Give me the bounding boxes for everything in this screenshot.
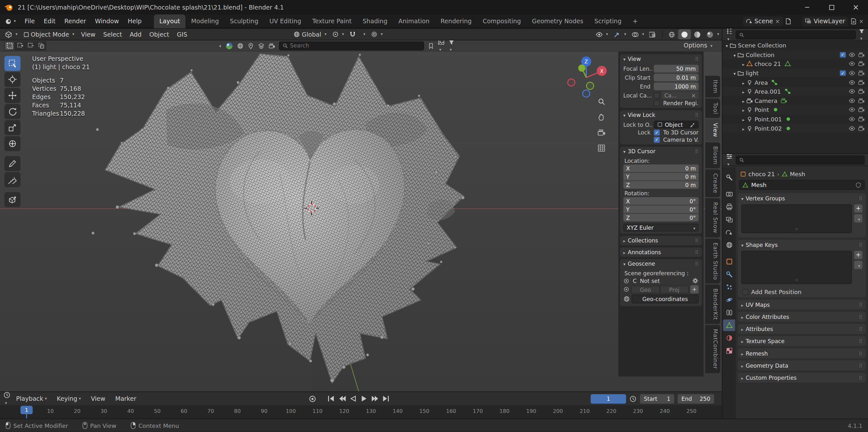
tool-select-box[interactable] — [4, 56, 21, 71]
options-dropdown[interactable]: Options — [681, 41, 715, 51]
frame-start-field[interactable]: Start1 — [640, 394, 674, 404]
menu-window[interactable]: Window — [90, 14, 123, 28]
hide-eye-icon[interactable] — [848, 70, 855, 76]
add-rest-position-checkbox[interactable] — [742, 289, 748, 295]
drag-handle-icon[interactable] — [695, 249, 699, 255]
zoom-tool-icon[interactable] — [596, 96, 607, 107]
snap-toggle[interactable] — [347, 29, 359, 39]
workspace-tab-sculpting[interactable]: Sculpting — [224, 14, 264, 28]
shading-material-button[interactable] — [691, 29, 704, 39]
tab-material[interactable] — [723, 332, 735, 344]
tool-measure[interactable] — [4, 172, 21, 187]
geoscene-header[interactable]: Geoscene — [620, 259, 702, 269]
minimize-button[interactable]: ─ — [795, 0, 819, 14]
cursor-rotation-y-field[interactable]: Y0° — [623, 206, 699, 213]
gizmos-dropdown[interactable] — [611, 29, 629, 39]
render-visibility-icon[interactable] — [858, 70, 865, 76]
tab-modifiers[interactable] — [723, 269, 735, 280]
menu-edit[interactable]: Edit — [39, 14, 60, 28]
rotation-mode-dropdown[interactable]: XYZ Euler — [623, 224, 699, 231]
camera-view-icon[interactable] — [596, 127, 607, 138]
lock-3d-cursor-checkbox[interactable] — [654, 130, 660, 136]
npanel-tab-earth-studio[interactable]: Earth Studio — [705, 238, 720, 283]
jump-next-keyframe-button[interactable] — [370, 394, 380, 403]
pan-hand-icon[interactable] — [596, 111, 607, 122]
drag-handle-icon[interactable] — [859, 326, 862, 332]
uv-maps-header[interactable]: UV Maps — [738, 300, 866, 309]
drag-handle-icon[interactable] — [859, 350, 862, 357]
proj-button[interactable]: Proj — [660, 285, 689, 293]
tab-view-layer[interactable] — [723, 214, 735, 225]
collection-exclude-checkbox[interactable] — [840, 70, 846, 76]
viewlayer-remove-icon[interactable] — [859, 18, 864, 25]
select-mode-new-button[interactable] — [4, 41, 14, 50]
npanel-tab-item[interactable]: Item — [705, 76, 720, 97]
clip-end-field[interactable]: 1000 m — [654, 83, 699, 90]
drag-handle-icon[interactable] — [859, 374, 862, 381]
jump-prev-keyframe-button[interactable] — [337, 394, 347, 403]
tab-world[interactable] — [723, 239, 735, 251]
npanel-tab-blenderkit[interactable]: BlenderKit — [705, 285, 720, 324]
outliner-row-point[interactable]: Point — [722, 105, 868, 114]
hide-eye-icon[interactable] — [848, 51, 855, 58]
clear-icon[interactable] — [691, 92, 696, 98]
npanel-tab-create[interactable]: Create — [705, 169, 720, 197]
frame-end-field[interactable]: End250 — [678, 394, 714, 404]
hide-eye-icon[interactable] — [848, 61, 855, 67]
tool-add-cube[interactable] — [4, 192, 21, 207]
add-crs-button[interactable]: + — [690, 285, 699, 294]
menu-select[interactable]: Select — [99, 29, 126, 40]
map-pin-icon[interactable] — [247, 42, 254, 49]
view-panel-header[interactable]: View — [620, 54, 702, 64]
geometry-data-header[interactable]: Geometry Data — [738, 360, 866, 370]
clock-icon[interactable] — [629, 395, 637, 402]
object-visibility-dropdown[interactable] — [593, 29, 611, 39]
cursor-location-z-field[interactable]: Z0 m — [623, 181, 699, 189]
menu-object[interactable]: Object — [145, 29, 173, 40]
shading-solid-button[interactable] — [679, 29, 691, 39]
npanel-tab-matcombiner[interactable]: MatCombiner — [705, 325, 720, 373]
cursor-rotation-z-field[interactable]: Z0° — [623, 214, 699, 221]
clip-start-field[interactable]: 0.01 m — [654, 73, 699, 81]
tab-tool[interactable] — [723, 172, 735, 183]
breadcrumb-object[interactable]: choco 21 — [749, 171, 775, 177]
timeline-editor-type-button[interactable] — [3, 392, 10, 406]
npanel-tab-real-snow[interactable]: Real Snow — [705, 198, 720, 237]
workspace-tab-compositing[interactable]: Compositing — [477, 14, 527, 28]
select-mode-extend-button[interactable] — [15, 41, 25, 50]
add-vertex-group-button[interactable] — [854, 204, 863, 213]
drag-handle-icon[interactable] — [695, 112, 699, 118]
geo-coordinates-button[interactable]: Geo-coordinates — [632, 295, 699, 304]
drag-handle-icon[interactable] — [859, 338, 862, 344]
view-lock-header[interactable]: View Lock — [620, 110, 702, 120]
drag-handle-icon[interactable] — [859, 242, 862, 248]
workspace-tab-geometry-nodes[interactable]: Geometry Nodes — [527, 14, 589, 28]
workspace-tab-animation[interactable]: Animation — [393, 14, 435, 28]
breadcrumb-data[interactable]: Mesh — [790, 171, 805, 177]
tab-physics[interactable] — [723, 294, 735, 306]
vertex-group-specials-button[interactable] — [854, 214, 863, 223]
proj-radio-icon[interactable] — [623, 286, 629, 292]
add-shape-key-button[interactable] — [854, 251, 863, 259]
workspace-tab-rendering[interactable]: Rendering — [435, 14, 477, 28]
gis-search-field[interactable] — [279, 41, 424, 50]
workspace-tab-uv-editing[interactable]: UV Editing — [264, 14, 306, 28]
play-reverse-button[interactable] — [348, 394, 358, 403]
tool-move[interactable] — [4, 88, 21, 103]
transform-orientation-dropdown[interactable]: Global — [291, 29, 329, 39]
jump-to-start-button[interactable] — [326, 394, 336, 403]
hide-eye-icon[interactable] — [848, 125, 855, 131]
lock-object-field[interactable]: Object — [654, 121, 699, 128]
drag-handle-icon[interactable] — [695, 238, 699, 244]
layers-icon[interactable] — [258, 42, 265, 49]
menu-tl-view[interactable]: View — [86, 392, 110, 406]
viewlayer-selector[interactable]: ViewLayer — [802, 16, 848, 26]
navigation-gizmo[interactable]: Z X — [562, 54, 610, 101]
shape-key-specials-button[interactable] — [854, 261, 863, 269]
menu-help[interactable]: Help — [123, 14, 146, 28]
render-visibility-icon[interactable] — [858, 97, 865, 104]
tool-scale[interactable] — [4, 120, 21, 135]
local-camera-field[interactable]: Ca... — [661, 91, 699, 99]
outliner-row-light-collection[interactable]: light — [722, 68, 868, 78]
globe-icon[interactable] — [237, 42, 243, 49]
